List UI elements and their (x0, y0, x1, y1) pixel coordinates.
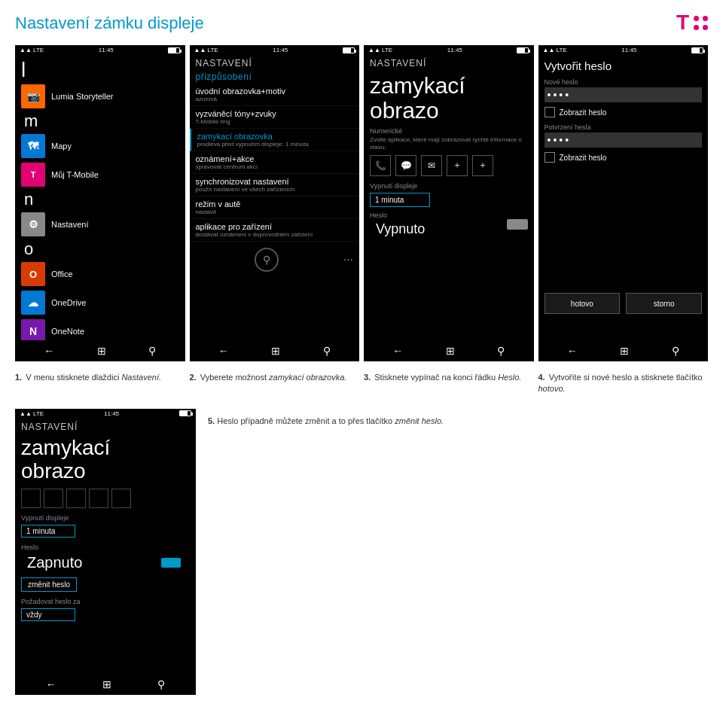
screen5-title: zamykacíobrazo (15, 434, 196, 486)
settings-item-oznameni: oznámení+akce spravovat centrum akcí (190, 151, 360, 174)
screen5-btn-zmenit[interactable]: změnit heslo (21, 577, 77, 592)
screen2-signal: ▲▲ LTE (194, 47, 218, 53)
letter-n: n (21, 191, 36, 208)
app-nastaveni-label: Nastavení (51, 220, 89, 229)
caption5-text: Heslo případně můžete změnit a to přes t… (217, 416, 444, 425)
screen1-signal: ▲▲ LTE (20, 47, 44, 53)
nav-back: ← (218, 345, 229, 357)
settings-item-auto: režim v autě nastavit (190, 196, 360, 219)
checkbox2-row: Zobrazit heslo (545, 152, 703, 163)
app-lumia-label: Lumia Storyteller (51, 92, 114, 101)
screen4-status-bar: ▲▲ LTE 11:45 (538, 45, 709, 55)
settings-vyzvani-sub: T-Mobile ring (196, 118, 354, 125)
app-onedrive-label: OneDrive (51, 298, 86, 307)
settings-item-sync: synchronizovat nastavení použít nastaven… (190, 174, 360, 196)
nav-back: ← (392, 345, 403, 357)
settings-more-dots: ··· (343, 253, 353, 267)
screen3: ▲▲ LTE 11:45 NASTAVENÍ zamykacíobrazo Nu… (364, 45, 534, 361)
screen4: ▲▲ LTE 11:45 Vytvořit heslo Nové heslo •… (538, 45, 709, 361)
nav-home: ⊞ (97, 345, 106, 357)
checkbox2-label: Zobrazit heslo (560, 154, 607, 162)
bottom-row: ▲▲ LTE 11:45 NASTAVENÍ zamykacíobrazo Vy… (15, 409, 708, 695)
field1-input[interactable]: •••• (545, 87, 703, 102)
settings-more: ⚲ ··· (190, 242, 360, 278)
screen3-time: 11:45 (447, 47, 462, 53)
screen2-nav-bar: ← ⊞ ⚲ (190, 340, 360, 361)
field1-label: Nové heslo (545, 78, 703, 86)
screen4-signal: ▲▲ LTE (543, 47, 567, 53)
nav-search: ⚲ (157, 678, 165, 690)
settings-item-zamykaci[interactable]: zamykací obrazovka prodleva před vypnutí… (190, 129, 360, 151)
screen4-title: Vytvořit heslo (545, 55, 703, 78)
screen5-nav-bar: ← ⊞ ⚲ (15, 674, 196, 695)
letter-o: o (21, 241, 36, 257)
letter-n-row: n (15, 189, 185, 210)
screen5: ▲▲ LTE 11:45 NASTAVENÍ zamykacíobrazo Vy… (15, 409, 196, 695)
screen3-apps-label: Zvolte aplikace, které mají zobrazovat r… (364, 136, 534, 152)
settings-zamykaci-title: zamykací obrazovka (197, 132, 354, 141)
screen3-heslo-row: Heslo Vypnuto (364, 209, 534, 240)
app-slot-mail: ✉ (421, 155, 442, 176)
screen5-signal: ▲▲ LTE (20, 410, 44, 417)
checkbox2[interactable] (545, 152, 555, 163)
caption3-num: 3. (364, 373, 371, 382)
screen3-content: NASTAVENÍ zamykacíobrazo Numerické Zvolt… (364, 55, 534, 240)
screen5-vypnuti-value[interactable]: 1 minuta (21, 525, 75, 538)
screen5-time: 11:45 (104, 410, 119, 417)
field2-dots: •••• (548, 134, 572, 146)
app-nastaveni: ⚙ Nastavení (15, 210, 185, 239)
settings-uvodni-sub: azurová (196, 96, 354, 102)
letter-m-row: m (15, 111, 185, 132)
app-slot-phone: 📞 (370, 155, 391, 176)
nav-back: ← (46, 678, 56, 690)
settings-section: přizpůsobení (190, 70, 360, 84)
settings-item-uvodni: úvodní obrazovka+motiv azurová (190, 84, 360, 106)
checkbox1[interactable] (545, 107, 555, 117)
screen4-battery (691, 47, 703, 53)
caption1-num: 1. (15, 373, 22, 382)
caption5-num: 5. (208, 416, 215, 425)
slot1 (21, 489, 41, 508)
screen3-vypnuti-label: Vypnutí displeje (370, 182, 528, 190)
screen5-apps-row (15, 486, 196, 513)
app-office: O Office (15, 260, 185, 288)
app-mapy: 🗺 Mapy (15, 132, 185, 160)
slot3 (66, 489, 86, 508)
screen5-battery (179, 410, 191, 416)
nav-home: ⊞ (446, 345, 455, 357)
screen2-time: 11:45 (273, 47, 288, 53)
slot2 (44, 489, 63, 508)
screen3-heslo-toggle[interactable] (507, 219, 528, 230)
screen3-vypnuti-value[interactable]: 1 minuta (370, 193, 430, 207)
nav-home: ⊞ (102, 678, 111, 690)
screen5-vypnuti-label: Vypnutí displeje (15, 513, 196, 523)
screen3-header: NASTAVENÍ (364, 55, 534, 70)
letter-m: m (21, 113, 41, 129)
btn-hotovo[interactable]: hotovo (545, 293, 621, 314)
search-button[interactable]: ⚲ (255, 248, 279, 272)
icon-office: O (21, 262, 45, 286)
screen2: ▲▲ LTE 11:45 NASTAVENÍ přizpůsobení úvod… (190, 45, 360, 361)
caption3-text: Stisknete vypínač na konci řádku Heslo. (374, 373, 521, 382)
t-letter: T (676, 11, 689, 35)
screen3-apps-row: 📞 💬 ✉ ＋ ＋ (364, 152, 534, 179)
screenshots-grid: ▲▲ LTE 11:45 l 📷 Lumia Storyteller m 🗺 M… (15, 45, 708, 361)
btn-storno[interactable]: storno (626, 293, 702, 314)
nav-home: ⊞ (271, 345, 280, 357)
settings-vyzvani-title: vyzváněcí tóny+zvuky (196, 109, 354, 118)
screen5-content: NASTAVENÍ zamykacíobrazo Vypnutí displej… (15, 419, 196, 623)
screen5-pozadovat-value[interactable]: vždy (21, 608, 75, 621)
nav-back: ← (567, 345, 578, 357)
icon-mapy: 🗺 (21, 134, 45, 158)
screen5-heslo-value: Zapnuto (21, 554, 88, 571)
nav-search: ⚲ (148, 345, 156, 357)
screen1-nav-bar: ← ⊞ ⚲ (15, 340, 185, 361)
icon-tmobile: T (21, 163, 45, 187)
screen4-nav-bar: ← ⊞ ⚲ (538, 340, 709, 361)
screen5-heslo-toggle[interactable] (161, 558, 181, 568)
tmobile-logo: T (676, 11, 708, 35)
screen5-pozadovat-label: Požadovat heslo za (15, 596, 196, 607)
field2-input[interactable]: •••• (545, 133, 703, 148)
screen4-time: 11:45 (621, 47, 636, 53)
settings-uvodni-title: úvodní obrazovka+motiv (196, 87, 354, 96)
